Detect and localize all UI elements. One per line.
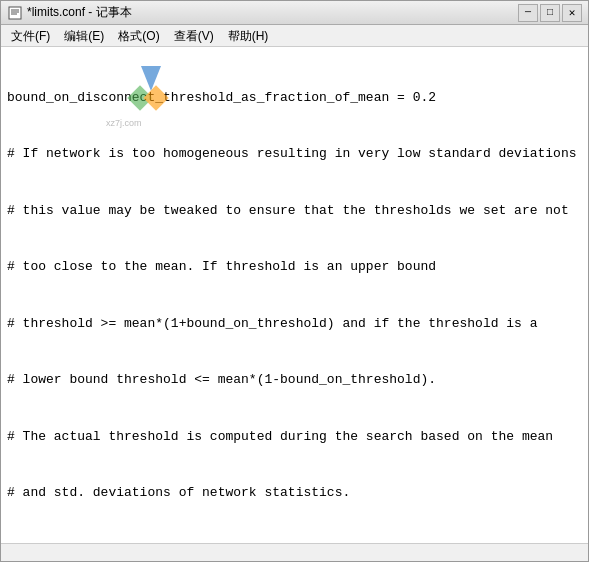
title-bar: *limits.conf - 记事本 ─ □ ✕ bbox=[1, 1, 588, 25]
code-content: bound_on_disconnect_threshold_as_fractio… bbox=[7, 51, 582, 543]
notepad-window: *limits.conf - 记事本 ─ □ ✕ 文件(F) 编辑(E) 格式(… bbox=[0, 0, 589, 562]
window-controls: ─ □ ✕ bbox=[518, 4, 582, 22]
menu-help[interactable]: 帮助(H) bbox=[222, 27, 275, 44]
line-5: # threshold >= mean*(1+bound_on_threshol… bbox=[7, 315, 582, 334]
line-8: # and std. deviations of network statist… bbox=[7, 484, 582, 503]
menu-file[interactable]: 文件(F) bbox=[5, 27, 56, 44]
line-7: # The actual threshold is computed durin… bbox=[7, 428, 582, 447]
line-3: # this value may be tweaked to ensure th… bbox=[7, 202, 582, 221]
minimize-button[interactable]: ─ bbox=[518, 4, 538, 22]
line-2: # If network is too homogeneous resultin… bbox=[7, 145, 582, 164]
title-icon bbox=[7, 5, 23, 21]
svg-rect-0 bbox=[9, 7, 21, 19]
status-bar bbox=[1, 543, 588, 561]
editor-area[interactable]: bound_on_disconnect_threshold_as_fractio… bbox=[1, 47, 588, 543]
menu-format[interactable]: 格式(O) bbox=[112, 27, 165, 44]
line-4: # too close to the mean. If threshold is… bbox=[7, 258, 582, 277]
menu-edit[interactable]: 编辑(E) bbox=[58, 27, 110, 44]
window-title: *limits.conf - 记事本 bbox=[27, 4, 518, 21]
menu-view[interactable]: 查看(V) bbox=[168, 27, 220, 44]
line-6: # lower bound threshold <= mean*(1-bound… bbox=[7, 371, 582, 390]
line-1: bound_on_disconnect_threshold_as_fractio… bbox=[7, 89, 582, 108]
maximize-button[interactable]: □ bbox=[540, 4, 560, 22]
menu-bar: 文件(F) 编辑(E) 格式(O) 查看(V) 帮助(H) bbox=[1, 25, 588, 47]
close-button[interactable]: ✕ bbox=[562, 4, 582, 22]
